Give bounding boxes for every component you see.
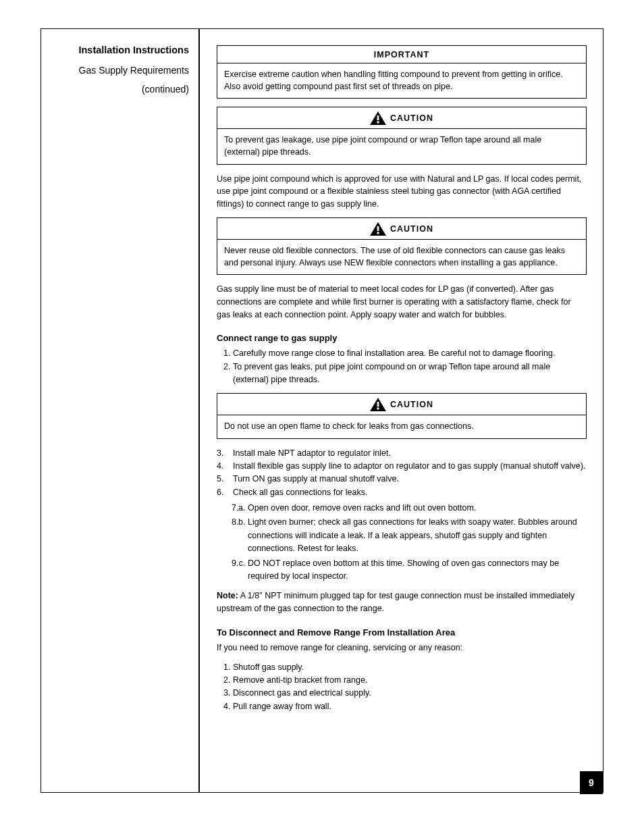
caution-box-1: CAUTION To prevent gas leakage, use pipe…: [217, 107, 587, 164]
svg-point-1: [377, 122, 379, 124]
caution-body-1: To prevent gas leakage, use pipe joint c…: [217, 129, 586, 163]
important-box: IMPORTANT Exercise extreme caution when …: [217, 45, 587, 99]
svg-rect-0: [377, 115, 379, 120]
substep-b: Light oven burner; check all gas connect…: [248, 516, 587, 555]
connect-step-5: Turn ON gas supply at manual shutoff val…: [233, 473, 587, 486]
sidebar-sub-2: (continued): [53, 83, 189, 96]
page: Installation Instructions Gas Supply Req…: [0, 0, 644, 834]
disconnect-step-3: Disconnect gas and electrical supply.: [233, 687, 587, 700]
caution-box-3: CAUTION Do not use an open flame to chec…: [217, 393, 587, 438]
svg-rect-4: [377, 402, 379, 407]
disconnect-step-4: Pull range away from wall.: [233, 700, 587, 713]
warning-icon: [370, 222, 386, 236]
note-label: Note:: [217, 591, 238, 600]
connect-step-6-text: Check all gas connections for leaks.: [233, 488, 367, 497]
caution-label-3: CAUTION: [390, 400, 433, 409]
note-text: A 1/8" NPT minimum plugged tap for test …: [217, 591, 574, 613]
connect-steps: Carefully move range close to final inst…: [217, 347, 587, 386]
svg-rect-2: [377, 226, 379, 231]
disconnect-step-1: Shutoff gas supply.: [233, 661, 587, 674]
caution-label-1: CAUTION: [390, 113, 433, 123]
paragraph-2: Gas supply line must be of material to m…: [217, 283, 587, 321]
warning-icon: [370, 111, 386, 125]
sidebar-sub-1: Gas Supply Requirements: [53, 64, 189, 77]
connect-step-4: Install flexible gas supply line to adap…: [233, 460, 587, 473]
warning-icon: [370, 398, 386, 411]
important-header: IMPORTANT: [217, 46, 586, 63]
column-divider: [198, 29, 200, 792]
sidebar-title: Installation Instructions: [53, 44, 189, 57]
heading-connect: Connect range to gas supply: [217, 333, 587, 343]
page-number: 9: [580, 771, 603, 794]
important-body: Exercise extreme caution when handling f…: [217, 63, 586, 98]
disconnect-step-2: Remove anti-tip bracket from range.: [233, 674, 587, 687]
paragraph-1: Use pipe joint compound which is approve…: [217, 173, 587, 211]
caution-box-2: CAUTION Never reuse old flexible connect…: [217, 217, 587, 275]
caution-header-1: CAUTION: [217, 107, 586, 129]
disconnect-intro: If you need to remove range for cleaning…: [217, 642, 587, 654]
connect-step-2: To prevent gas leaks, put pipe joint com…: [233, 361, 587, 387]
caution-body-2: Never reuse old flexible connectors. The…: [217, 240, 586, 274]
substep-c: DO NOT replace oven bottom at this time.…: [248, 557, 587, 583]
connect-substeps: Open oven door, remove oven racks and li…: [233, 502, 587, 583]
note: Note: A 1/8" NPT minimum plugged tap for…: [217, 590, 587, 615]
connect-step-3: Install male NPT adaptor to regulator in…: [233, 447, 587, 460]
caution-header-2: CAUTION: [217, 218, 586, 240]
svg-point-3: [377, 232, 379, 234]
sidebar: Installation Instructions Gas Supply Req…: [41, 29, 198, 792]
main-content: IMPORTANT Exercise extreme caution when …: [217, 45, 587, 720]
page-border: Installation Instructions Gas Supply Req…: [41, 28, 603, 793]
heading-disconnect: To Disconnect and Remove Range From Inst…: [217, 627, 587, 637]
connect-step-1: Carefully move range close to final inst…: [233, 347, 587, 360]
caution-label-2: CAUTION: [390, 224, 433, 234]
caution-body-3: Do not use an open flame to check for le…: [217, 415, 586, 438]
caution-header-3: CAUTION: [217, 394, 586, 415]
connect-step-6: Check all gas connections for leaks. Ope…: [233, 486, 587, 583]
connect-steps-cont: Install male NPT adaptor to regulator in…: [217, 447, 587, 583]
disconnect-steps: Shutoff gas supply. Remove anti-tip brac…: [217, 661, 587, 714]
svg-point-5: [377, 408, 379, 410]
substep-a: Open oven door, remove oven racks and li…: [248, 502, 587, 515]
